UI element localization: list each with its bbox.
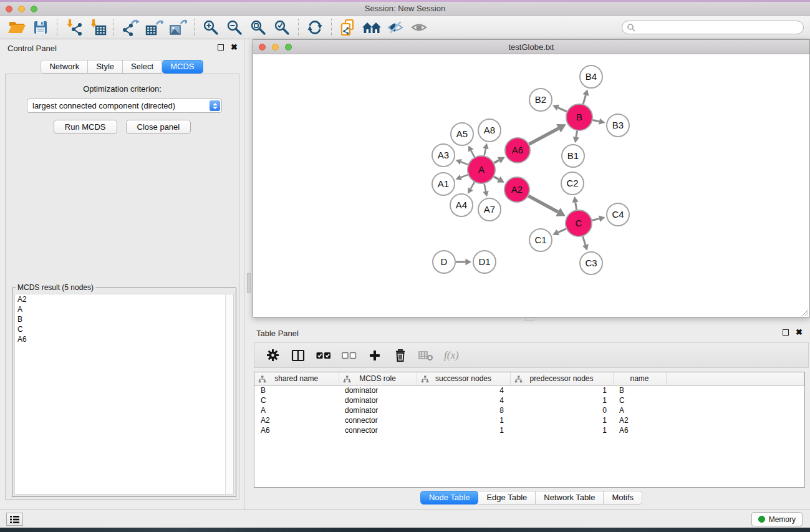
column-header-successor-nodes[interactable]: successor nodes <box>417 372 510 385</box>
network-window-titlebar[interactable]: testGlobe.txt <box>253 40 809 54</box>
show-all-button[interactable] <box>407 17 431 37</box>
first-neighbors-button[interactable] <box>360 17 383 37</box>
graph-node-B2[interactable]: B2 <box>529 89 552 111</box>
import-network-button[interactable] <box>62 17 85 37</box>
graph-edge-A6-B[interactable] <box>529 124 566 144</box>
close-table-panel-icon[interactable]: ✖ <box>796 329 803 336</box>
refresh-layout-button[interactable] <box>303 17 327 37</box>
tab-network-table[interactable]: Network Table <box>536 491 604 505</box>
export-image-button[interactable] <box>166 17 190 37</box>
show-columns-button[interactable] <box>291 348 306 363</box>
tab-select[interactable]: Select <box>123 60 162 74</box>
graph-node-A8[interactable]: A8 <box>478 119 501 142</box>
resize-grip-icon[interactable] <box>801 308 809 316</box>
float-panel-icon[interactable] <box>218 44 224 51</box>
tab-motifs[interactable]: Motifs <box>604 491 642 505</box>
graph-node-A2[interactable]: A2 <box>504 177 529 202</box>
table-row[interactable]: Cdominator41C <box>254 395 804 405</box>
zoom-window-button[interactable] <box>31 6 37 12</box>
column-header-MCDS-role[interactable]: MCDS role <box>339 372 417 385</box>
mcds-result-item[interactable]: C <box>15 324 233 334</box>
graph-node-B1[interactable]: B1 <box>562 145 584 167</box>
graph-edge-A-A1[interactable] <box>456 175 468 180</box>
network-close-button[interactable] <box>259 44 266 51</box>
save-session-button[interactable] <box>29 17 52 37</box>
graph-edge-A-A8[interactable] <box>483 143 488 156</box>
criterion-dropdown[interactable]: largest connected component (directed) <box>27 99 222 113</box>
zoom-out-button[interactable] <box>223 17 246 37</box>
mcds-result-item[interactable]: A <box>15 304 233 314</box>
graph-edge-A-A2[interactable] <box>494 176 504 182</box>
show-panels-button[interactable] <box>6 513 23 526</box>
close-panel-icon[interactable]: ✖ <box>231 44 238 51</box>
graph-node-A7[interactable]: A7 <box>478 198 501 221</box>
graph-node-A3[interactable]: A3 <box>432 144 455 167</box>
network-view-window[interactable]: testGlobe.txt AA6A2BCA5A8A3A1A4A7B4B2B3B… <box>253 39 810 317</box>
graph-edge-A-A6[interactable] <box>494 157 504 163</box>
function-builder-button[interactable]: f(x) <box>444 349 459 362</box>
hide-selected-button[interactable] <box>383 17 407 37</box>
table-row[interactable]: Adominator80A <box>254 405 804 415</box>
graph-edge-C-C2[interactable] <box>572 196 579 210</box>
tab-network[interactable]: Network <box>41 60 88 74</box>
mcds-result-item[interactable]: A2 <box>15 294 233 304</box>
zoom-selected-button[interactable] <box>270 17 294 37</box>
mcds-result-item[interactable]: B <box>15 314 233 324</box>
close-window-button[interactable] <box>6 6 12 12</box>
graph-edge-C-C4[interactable] <box>592 216 605 222</box>
graph-node-D[interactable]: D <box>433 251 455 273</box>
desktop-horizontal-scrollbar[interactable] <box>525 317 534 321</box>
tab-edge-table[interactable]: Edge Table <box>478 491 536 505</box>
graph-node-A4[interactable]: A4 <box>450 194 473 216</box>
network-canvas[interactable]: AA6A2BCA5A8A3A1A4A7B4B2B3B1C2C4C1C3DD1 <box>253 55 809 317</box>
graph-edge-B-B1[interactable] <box>573 131 579 143</box>
graph-node-C[interactable]: C <box>566 210 592 236</box>
graph-edge-C-C1[interactable] <box>552 229 566 235</box>
zoom-fit-button[interactable] <box>246 17 270 37</box>
column-header-predecessor-nodes[interactable]: predecessor nodes <box>510 372 613 385</box>
graph-edge-D-D1[interactable] <box>456 259 471 265</box>
table-row[interactable]: Bdominator41B <box>254 385 804 395</box>
delete-table-button[interactable] <box>418 348 433 363</box>
table-row[interactable]: A6connector11A6 <box>254 425 804 435</box>
minimize-window-button[interactable] <box>18 6 25 12</box>
graph-node-C4[interactable]: C4 <box>607 203 629 226</box>
graph-node-C2[interactable]: C2 <box>561 172 584 195</box>
close-panel-button[interactable]: Close panel <box>126 120 191 134</box>
import-table-button[interactable] <box>85 17 109 37</box>
network-zoom-button[interactable] <box>285 44 292 51</box>
select-all-columns-button[interactable] <box>316 348 331 363</box>
column-header-name[interactable]: name <box>613 372 666 385</box>
graph-node-C1[interactable]: C1 <box>529 229 552 251</box>
network-graph[interactable]: AA6A2BCA5A8A3A1A4A7B4B2B3B1C2C4C1C3DD1 <box>253 55 809 317</box>
float-table-panel-icon[interactable] <box>783 329 789 336</box>
graph-edge-A2-C[interactable] <box>528 196 565 216</box>
graph-node-A1[interactable]: A1 <box>432 173 455 195</box>
column-header-shared-name[interactable]: shared name <box>254 372 339 385</box>
delete-columns-button[interactable] <box>393 348 408 363</box>
zoom-in-button[interactable] <box>199 17 223 37</box>
desktop-vertical-scrollbar[interactable] <box>247 273 251 293</box>
network-minimize-button[interactable] <box>272 44 279 51</box>
graph-node-A5[interactable]: A5 <box>451 123 473 145</box>
add-column-button[interactable] <box>367 348 382 363</box>
graph-node-C3[interactable]: C3 <box>580 252 602 274</box>
graph-edge-B-B3[interactable] <box>593 118 605 125</box>
search-field[interactable] <box>622 21 804 34</box>
mcds-result-item[interactable]: A6 <box>15 334 233 344</box>
result-list-scrollbar[interactable] <box>225 294 233 494</box>
clone-network-button[interactable] <box>336 17 360 37</box>
graph-edge-A-A7[interactable] <box>483 184 488 197</box>
graph-node-B3[interactable]: B3 <box>607 114 629 137</box>
graph-edge-A-A5[interactable] <box>468 145 475 157</box>
graph-edge-A-A3[interactable] <box>456 159 468 165</box>
table-row[interactable]: A2connector11A2 <box>254 415 804 425</box>
tab-mcds[interactable]: MCDS <box>162 60 203 74</box>
tab-node-table[interactable]: Node Table <box>420 491 479 505</box>
graph-node-B[interactable]: B <box>566 104 592 130</box>
window-titlebar[interactable]: Session: New Session <box>0 2 810 16</box>
table-options-button[interactable] <box>265 348 280 363</box>
graph-node-A[interactable]: A <box>468 156 495 183</box>
graph-node-A6[interactable]: A6 <box>505 138 530 163</box>
mcds-result-list[interactable]: A2ABCA6 <box>14 294 234 495</box>
